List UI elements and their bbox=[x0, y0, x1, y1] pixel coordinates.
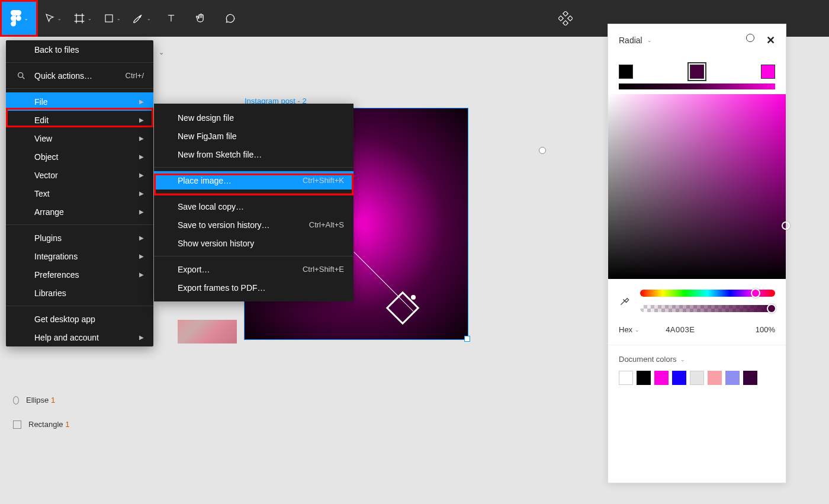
layer-row-ellipse[interactable]: Ellipse 1 bbox=[13, 396, 55, 405]
swatch[interactable] bbox=[654, 371, 669, 385]
menu-label: Save to version history… bbox=[178, 220, 270, 230]
opacity-input[interactable]: 100% bbox=[756, 325, 775, 334]
canvas-ellipse[interactable] bbox=[539, 147, 546, 154]
move-tool[interactable]: ⌄ bbox=[38, 0, 68, 37]
frame-tool[interactable]: ⌄ bbox=[68, 0, 97, 37]
chevron-down-icon: ⌄ bbox=[647, 37, 652, 43]
submenu-show-version[interactable]: Show version history bbox=[154, 234, 354, 252]
menu-arrange[interactable]: Arrange▶ bbox=[6, 203, 153, 221]
submenu-export-pdf[interactable]: Export frames to PDF… bbox=[154, 278, 354, 297]
document-swatches bbox=[619, 371, 775, 385]
resources-icon[interactable] bbox=[551, 0, 580, 37]
menu-object[interactable]: Object▶ bbox=[6, 147, 153, 166]
swatch[interactable] bbox=[743, 371, 757, 385]
menu-label: Object bbox=[34, 152, 58, 162]
gradient-stop-1[interactable] bbox=[619, 65, 633, 79]
menu-integrations[interactable]: Integrations▶ bbox=[6, 247, 153, 265]
menu-separator bbox=[6, 62, 153, 63]
chevron-right-icon: ▶ bbox=[139, 235, 144, 241]
close-icon[interactable]: ✕ bbox=[766, 34, 775, 47]
submenu-place-image[interactable]: Place image… Ctrl+Shift+K bbox=[154, 171, 354, 190]
menu-view[interactable]: View▶ bbox=[6, 129, 153, 147]
ellipse-icon bbox=[13, 396, 19, 405]
layer-row-rectangle[interactable]: Rectangle 1 bbox=[13, 420, 69, 429]
menu-quick-actions[interactable]: Quick actions… Ctrl+/ bbox=[6, 66, 153, 85]
menu-get-desktop[interactable]: Get desktop app bbox=[6, 310, 153, 328]
gradient-handle-dot[interactable] bbox=[411, 295, 416, 300]
menu-label: Libraries bbox=[34, 288, 66, 298]
menu-preferences[interactable]: Preferences▶ bbox=[6, 265, 153, 284]
hand-tool[interactable] bbox=[186, 0, 216, 37]
chevron-right-icon: ▶ bbox=[139, 190, 144, 197]
chevron-right-icon: ▶ bbox=[139, 98, 144, 105]
menu-back-to-files[interactable]: Back to files bbox=[6, 40, 153, 59]
text-tool[interactable] bbox=[156, 0, 186, 37]
menu-label: Export… bbox=[178, 265, 210, 274]
submenu-new-figjam[interactable]: New FigJam file bbox=[154, 127, 354, 145]
canvas-image-thumb[interactable] bbox=[178, 320, 237, 344]
layer-label: Ellipse bbox=[26, 396, 51, 405]
submenu-new-design[interactable]: New design file bbox=[154, 108, 354, 127]
gradient-type-dropdown[interactable]: Radial ⌄ bbox=[619, 36, 652, 45]
hue-slider[interactable] bbox=[640, 290, 775, 297]
submenu-save-local[interactable]: Save local copy… bbox=[154, 197, 354, 216]
submenu-save-version[interactable]: Save to version history…Ctrl+Alt+S bbox=[154, 216, 354, 234]
gradient-stop-2[interactable] bbox=[690, 65, 704, 79]
menu-libraries[interactable]: Libraries bbox=[6, 284, 153, 302]
svg-line-14 bbox=[23, 77, 24, 79]
chevron-right-icon: ▶ bbox=[139, 153, 144, 160]
menu-label: Get desktop app bbox=[34, 314, 95, 324]
menu-help[interactable]: Help and account▶ bbox=[6, 328, 153, 346]
gradient-stop-3[interactable] bbox=[761, 65, 775, 79]
alpha-thumb[interactable] bbox=[767, 304, 776, 313]
alpha-slider[interactable] bbox=[640, 305, 775, 312]
svg-rect-12 bbox=[568, 16, 573, 21]
swatch[interactable] bbox=[672, 371, 686, 385]
rotate-gradient-icon[interactable] bbox=[746, 34, 754, 42]
menu-shortcut: Ctrl+Alt+S bbox=[309, 220, 344, 229]
gradient-bar[interactable] bbox=[619, 84, 775, 89]
menu-text[interactable]: Text▶ bbox=[6, 184, 153, 203]
menu-label: Save local copy… bbox=[178, 202, 244, 211]
menu-label: Arrange bbox=[34, 207, 64, 217]
color-format-dropdown[interactable]: Hex⌄ bbox=[619, 325, 640, 334]
menu-label: Preferences bbox=[34, 270, 79, 280]
submenu-export[interactable]: Export…Ctrl+Shift+E bbox=[154, 260, 354, 278]
menu-file[interactable]: File▶ bbox=[6, 92, 153, 111]
saturation-value-picker[interactable] bbox=[608, 94, 786, 279]
figma-menu-button[interactable]: ⌄ bbox=[0, 0, 38, 37]
hex-input[interactable]: 4A003E bbox=[666, 325, 695, 334]
sv-cursor[interactable] bbox=[782, 221, 790, 230]
layer-number: 1 bbox=[51, 396, 55, 405]
swatch[interactable] bbox=[708, 371, 722, 385]
shape-tool[interactable]: ⌄ bbox=[97, 0, 127, 37]
swatch[interactable] bbox=[637, 371, 651, 385]
chevron-down-icon: ⌄ bbox=[635, 327, 640, 333]
svg-point-13 bbox=[18, 72, 23, 77]
rectangle-icon bbox=[13, 420, 21, 429]
file-tab-chevron-icon[interactable]: ⌄ bbox=[159, 49, 164, 56]
menu-shortcut: Ctrl+Shift+E bbox=[303, 265, 344, 274]
menu-label: File bbox=[34, 97, 48, 107]
swatch[interactable] bbox=[725, 371, 740, 385]
pen-tool[interactable]: ⌄ bbox=[127, 0, 156, 37]
menu-vector[interactable]: Vector▶ bbox=[6, 166, 153, 184]
eyedropper-icon[interactable] bbox=[619, 295, 631, 307]
menu-separator bbox=[154, 167, 354, 168]
svg-rect-11 bbox=[558, 16, 563, 21]
gradient-type-label: Radial bbox=[619, 36, 642, 45]
menu-shortcut: Ctrl+Shift+K bbox=[303, 176, 344, 185]
menu-edit[interactable]: Edit▶ bbox=[6, 111, 153, 129]
swatch[interactable] bbox=[690, 371, 704, 385]
layer-number: 1 bbox=[65, 420, 69, 429]
menu-label: Help and account bbox=[34, 333, 99, 342]
svg-point-0 bbox=[16, 15, 21, 21]
comment-tool[interactable] bbox=[216, 0, 245, 37]
menu-label: Export frames to PDF… bbox=[178, 283, 266, 293]
document-colors-dropdown[interactable]: Document colors⌄ bbox=[619, 355, 775, 364]
swatch[interactable] bbox=[619, 371, 633, 385]
hue-thumb[interactable] bbox=[751, 288, 760, 298]
submenu-new-sketch[interactable]: New from Sketch file… bbox=[154, 145, 354, 163]
main-menu: Back to files Quick actions… Ctrl+/ File… bbox=[6, 40, 153, 346]
menu-plugins[interactable]: Plugins▶ bbox=[6, 229, 153, 247]
